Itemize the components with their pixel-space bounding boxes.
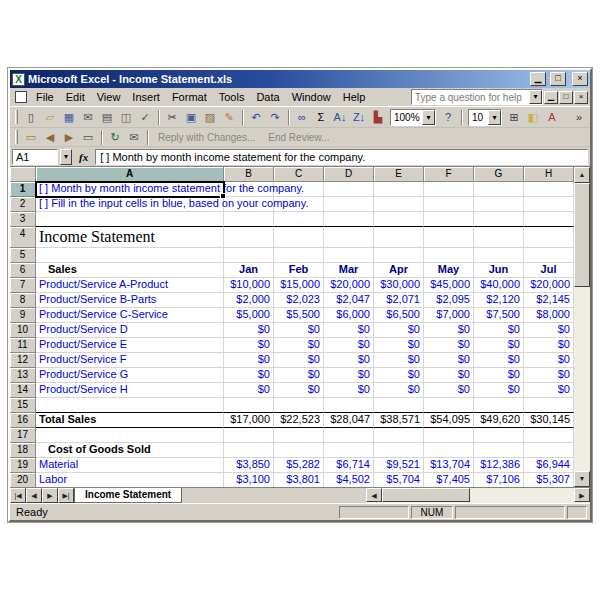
cell-C17[interactable] [274,428,324,443]
cell-G6[interactable]: Jun [474,263,524,278]
cell-F7[interactable]: $45,000 [424,278,474,293]
cell-G10[interactable]: $0 [474,323,524,338]
font-color-icon[interactable]: A [543,109,561,126]
cell-H8[interactable]: $2,145 [524,293,574,308]
save-icon[interactable]: ▦ [60,109,78,126]
cell-E20[interactable]: $5,704 [374,473,424,487]
cell-A16[interactable]: Total Sales [36,413,224,428]
mail-recipient-icon[interactable]: ✉ [125,129,143,146]
cell-E6[interactable]: Apr [374,263,424,278]
insert-function-icon[interactable]: fx [74,151,93,163]
cell-D13[interactable]: $0 [324,368,374,383]
cell-G11[interactable]: $0 [474,338,524,353]
cell-A1[interactable]: [ ] Month by month income statement for … [36,182,224,197]
cell-H5[interactable] [524,248,574,263]
row-header-2[interactable]: 2 [10,197,36,212]
cell-G1[interactable] [474,182,524,197]
cell-F18[interactable] [424,443,474,458]
sheet-tab-income-statement[interactable]: Income Statement [74,488,182,503]
cell-C13[interactable]: $0 [274,368,324,383]
cell-F14[interactable]: $0 [424,383,474,398]
cell-A7[interactable]: Product/Service A-Product [36,278,224,293]
paste-icon[interactable]: ▨ [201,109,219,126]
row-header-6[interactable]: 6 [10,263,36,278]
cell-F10[interactable]: $0 [424,323,474,338]
next-sheet-button[interactable]: ▶ [42,488,58,503]
cell-G19[interactable]: $12,386 [474,458,524,473]
cell-H2[interactable] [524,197,574,212]
chart-wizard-icon[interactable]: ▙ [369,109,387,126]
cell-A14[interactable]: Product/Service H [36,383,224,398]
cell-H16[interactable]: $30,145 [524,413,574,428]
menu-view[interactable]: View [91,89,127,105]
cell-B4[interactable] [224,227,274,248]
mail-icon[interactable]: ✉ [79,109,97,126]
cell-E3[interactable] [374,212,424,227]
scroll-up-icon[interactable]: ▲ [574,167,590,183]
cell-C14[interactable]: $0 [274,383,324,398]
cell-E2[interactable] [374,197,424,212]
row-header-14[interactable]: 14 [10,383,36,398]
cell-D12[interactable]: $0 [324,353,374,368]
cell-G17[interactable] [474,428,524,443]
column-header-C[interactable]: C [274,167,324,182]
cell-D9[interactable]: $6,000 [324,308,374,323]
cell-D19[interactable]: $6,714 [324,458,374,473]
horizontal-scroll-thumb[interactable] [382,488,470,502]
cell-G9[interactable]: $7,500 [474,308,524,323]
select-all-corner[interactable] [10,167,36,182]
cell-F8[interactable]: $2,095 [424,293,474,308]
cell-C3[interactable] [274,212,324,227]
cell-B17[interactable] [224,428,274,443]
maximize-button[interactable]: □ [550,72,566,86]
cell-A3[interactable] [36,212,224,227]
cell-B12[interactable]: $0 [224,353,274,368]
cell-B19[interactable]: $3,850 [224,458,274,473]
cell-A18[interactable]: Cost of Goods Sold [36,443,224,458]
cell-E19[interactable]: $9,521 [374,458,424,473]
cell-A10[interactable]: Product/Service D [36,323,224,338]
update-file-icon[interactable]: ↻ [106,129,124,146]
cell-C12[interactable]: $0 [274,353,324,368]
cell-E16[interactable]: $38,571 [374,413,424,428]
cell-F13[interactable]: $0 [424,368,474,383]
cell-E13[interactable]: $0 [374,368,424,383]
cell-H13[interactable]: $0 [524,368,574,383]
cell-A9[interactable]: Product/Service C-Service [36,308,224,323]
vertical-scrollbar[interactable]: ▲ ▼ [574,167,590,487]
row-header-20[interactable]: 20 [10,473,36,487]
cell-A6[interactable]: Sales [36,263,224,278]
close-button[interactable]: × [572,72,588,86]
cell-E7[interactable]: $30,000 [374,278,424,293]
workbook-restore-button[interactable]: □ [559,91,573,104]
cell-E14[interactable]: $0 [374,383,424,398]
cell-B14[interactable]: $0 [224,383,274,398]
chevron-down-icon[interactable]: ▾ [529,90,542,104]
row-header-15[interactable]: 15 [10,398,36,413]
cell-C16[interactable]: $22,523 [274,413,324,428]
cell-F1[interactable] [424,182,474,197]
cell-B6[interactable]: Jan [224,263,274,278]
cell-G20[interactable]: $7,106 [474,473,524,487]
menu-data[interactable]: Data [250,89,285,105]
cell-B20[interactable]: $3,100 [224,473,274,487]
row-header-3[interactable]: 3 [10,212,36,227]
cell-H20[interactable]: $5,307 [524,473,574,487]
scroll-left-icon[interactable]: ◀ [366,488,382,502]
cell-E8[interactable]: $2,071 [374,293,424,308]
cell-C19[interactable]: $5,282 [274,458,324,473]
cell-C7[interactable]: $15,000 [274,278,324,293]
cell-D17[interactable] [324,428,374,443]
cell-H17[interactable] [524,428,574,443]
font-size-combo[interactable]: 10 ▾ [468,109,502,126]
cell-G12[interactable]: $0 [474,353,524,368]
row-header-5[interactable]: 5 [10,248,36,263]
cell-B16[interactable]: $17,000 [224,413,274,428]
cell-B13[interactable]: $0 [224,368,274,383]
cell-F2[interactable] [424,197,474,212]
cell-G13[interactable]: $0 [474,368,524,383]
cell-F4[interactable] [424,227,474,248]
cell-H9[interactable]: $8,000 [524,308,574,323]
cell-D14[interactable]: $0 [324,383,374,398]
cell-A20[interactable]: Labor [36,473,224,487]
